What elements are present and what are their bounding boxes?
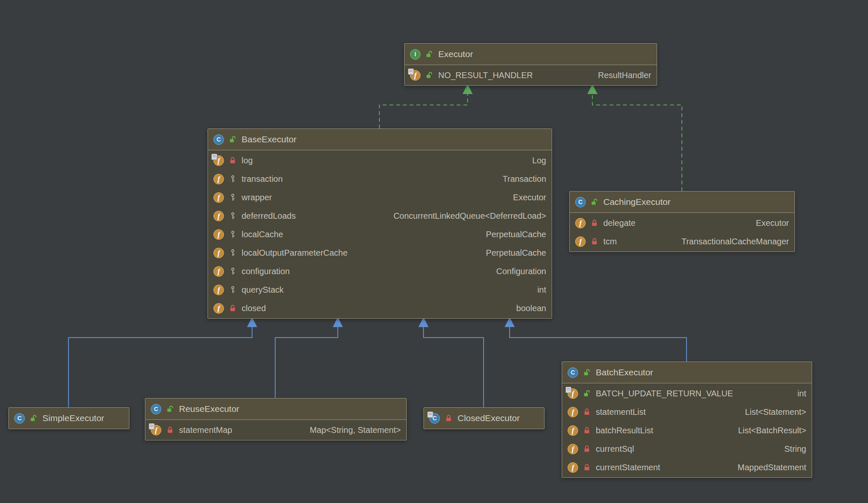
field-name: queryStack (242, 285, 284, 295)
private-icon (229, 156, 237, 165)
public-icon (590, 198, 599, 206)
field-row[interactable]: f delegate Executor (570, 214, 794, 232)
field-row[interactable]: f transaction Transaction (208, 170, 552, 188)
public-icon (583, 389, 591, 398)
node-header[interactable]: C BatchExecutor (562, 362, 812, 383)
static-field-icon: f (410, 70, 421, 81)
node-header[interactable]: C CachingExecutor (570, 191, 794, 213)
field-row[interactable]: f localOutputParameterCache PerpetualCac… (208, 244, 552, 262)
class-title: BaseExecutor (242, 134, 297, 144)
protected-icon (229, 249, 237, 257)
private-icon (229, 304, 237, 312)
private-icon (583, 408, 591, 416)
class-node-baseexecutor[interactable]: C BaseExecutor f log Log f transaction T… (208, 128, 552, 319)
protected-icon (229, 267, 237, 275)
static-field-icon: f (568, 388, 578, 399)
field-icon-letter: f (218, 305, 220, 312)
class-icon: C (575, 197, 586, 207)
field-icon: f (213, 211, 224, 221)
field-name: currentSql (596, 444, 634, 454)
field-row[interactable]: f batchResultList List<BatchResult> (562, 421, 812, 440)
class-node-cachingexecutor[interactable]: C CachingExecutor f delegate Executor f … (569, 191, 795, 252)
node-header[interactable]: C BaseExecutor (208, 129, 552, 150)
field-name: NO_RESULT_HANDLER (438, 71, 533, 80)
public-icon (229, 135, 237, 144)
field-type: boolean (504, 304, 546, 313)
field-name: statementMap (179, 425, 232, 435)
field-icon: f (213, 229, 224, 240)
field-type: Executor (743, 218, 789, 228)
field-type: Transaction (490, 174, 546, 184)
field-name: configuration (242, 267, 290, 276)
field-name: BATCH_UPDATE_RETURN_VALUE (596, 389, 733, 398)
node-header[interactable]: I Executor (405, 44, 657, 65)
field-type: String (772, 444, 806, 454)
field-icon-letter: f (572, 464, 574, 471)
field-type: List<Statement> (732, 407, 806, 417)
uml-diagram-canvas: { "app": "IntelliJ IDEA UML class diagra… (0, 0, 868, 503)
field-name: wrapper (242, 193, 272, 202)
field-icon-letter: f (218, 157, 220, 164)
field-type: Executor (500, 193, 546, 202)
field-icon-letter: f (218, 194, 220, 201)
public-icon (29, 414, 38, 422)
node-header[interactable]: C ClosedExecutor (424, 408, 544, 429)
field-row[interactable]: f BATCH_UPDATE_RETURN_VALUE int (562, 384, 812, 403)
field-row[interactable]: f currentSql String (562, 440, 812, 458)
private-icon (590, 219, 599, 227)
interface-icon-letter: I (415, 51, 416, 57)
class-icon-letter: C (154, 406, 158, 412)
class-icon: C (14, 413, 25, 424)
field-row[interactable]: f statementMap Map<String, Statement> (145, 421, 406, 439)
field-row[interactable]: f tcm TransactionalCacheManager (570, 232, 794, 251)
node-header[interactable]: C ReuseExecutor (145, 398, 406, 420)
field-name: tcm (603, 237, 617, 246)
field-type: TransactionalCacheManager (669, 237, 789, 246)
class-node-batchexecutor[interactable]: C BatchExecutor f BATCH_UPDATE_RETURN_VA… (562, 362, 812, 478)
private-icon (445, 414, 453, 422)
field-icon: f (575, 236, 586, 247)
private-icon (166, 426, 174, 434)
class-node-reuseexecutor[interactable]: C ReuseExecutor f statementMap Map<Strin… (145, 398, 407, 440)
field-name: batchResultList (596, 426, 653, 435)
class-icon-letter: C (578, 199, 582, 205)
class-node-simpleexecutor[interactable]: C SimpleExecutor (8, 407, 129, 429)
class-icon-letter: C (17, 415, 21, 421)
field-row[interactable]: f NO_RESULT_HANDLER ResultHandler (405, 66, 657, 84)
field-row[interactable]: f statementList List<Statement> (562, 403, 812, 421)
fields-list: f log Log f transaction Transaction f wr… (208, 150, 552, 318)
field-name: delegate (603, 218, 636, 228)
field-icon: f (213, 266, 224, 277)
class-title: Executor (438, 49, 473, 59)
class-node-executor[interactable]: I Executor f NO_RESULT_HANDLER ResultHan… (404, 43, 657, 86)
node-header[interactable]: C SimpleExecutor (9, 408, 129, 429)
field-row[interactable]: f deferredLoads ConcurrentLinkedQueue<De… (208, 207, 552, 225)
field-row[interactable]: f closed boolean (208, 299, 552, 317)
field-row[interactable]: f queryStack int (208, 280, 552, 299)
field-type: PerpetualCache (473, 248, 546, 258)
private-icon (583, 463, 591, 472)
field-icon-letter: f (579, 238, 582, 245)
field-name: deferredLoads (242, 211, 296, 221)
field-row[interactable]: f log Log (208, 151, 552, 170)
fields-list: f statementMap Map<String, Statement> (145, 420, 406, 440)
field-icon-letter: f (218, 176, 220, 183)
private-icon (590, 237, 599, 246)
field-row[interactable]: f wrapper Executor (208, 188, 552, 207)
field-icon: f (213, 174, 224, 184)
interface-icon: I (410, 49, 421, 60)
field-row[interactable]: f localCache PerpetualCache (208, 225, 552, 244)
protected-icon (229, 230, 237, 238)
field-icon-letter: f (218, 249, 220, 257)
generalization-edge-closedexecutor (423, 327, 484, 407)
field-type: Map<String, Statement> (297, 425, 401, 435)
field-row[interactable]: f currentStatement MappedStatement (562, 458, 812, 477)
field-row[interactable]: f configuration Configuration (208, 262, 552, 280)
field-icon: f (568, 462, 578, 473)
field-icon-letter: f (218, 212, 220, 220)
field-name: closed (242, 304, 266, 313)
class-node-closedexecutor[interactable]: C ClosedExecutor (423, 407, 544, 429)
public-icon (583, 368, 591, 377)
class-title: SimpleExecutor (42, 413, 104, 423)
protected-icon (229, 193, 237, 202)
